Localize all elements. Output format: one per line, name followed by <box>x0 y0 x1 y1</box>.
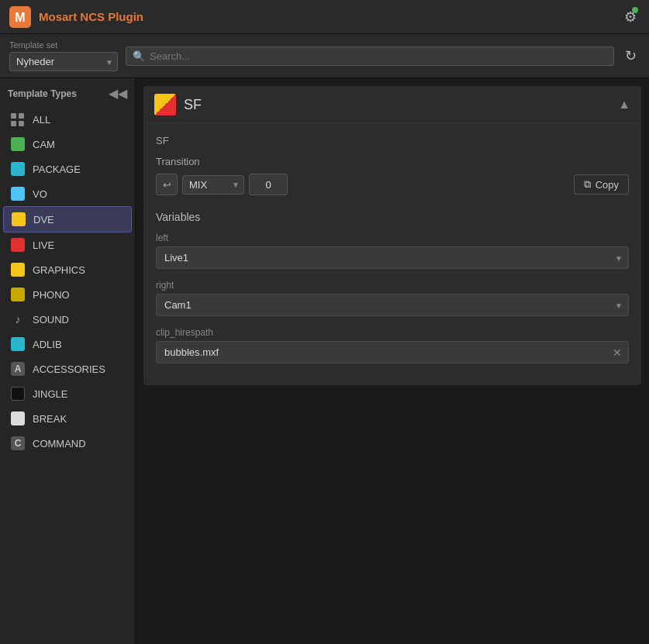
chevron-up-icon: ▲ <box>618 98 630 111</box>
sidebar-item-graphics[interactable]: GRAPHICS <box>3 257 132 282</box>
command-icon: C <box>11 436 25 450</box>
dve-icon <box>12 212 26 226</box>
variable-left-row: left Live1 Cam1 Live2 ▼ <box>156 232 629 269</box>
sidebar-item-cam[interactable]: CAM <box>3 132 132 157</box>
collapse-panel-button[interactable]: ▲ <box>618 98 630 112</box>
search-wrapper: 🔍 <box>126 46 614 66</box>
collapse-sidebar-button[interactable]: ◀◀ <box>109 86 127 101</box>
sidebar-item-accessories[interactable]: A ACCESSORIES <box>3 356 132 381</box>
live-icon <box>11 238 25 252</box>
sidebar-item-dve[interactable]: DVE <box>3 206 132 232</box>
copy-icon: ⧉ <box>584 178 591 191</box>
sidebar-header: Template Types ◀◀ <box>0 78 135 107</box>
sidebar-item-all[interactable]: ALL <box>3 107 132 132</box>
variable-right-select[interactable]: Cam1 Live1 Live2 <box>156 294 629 316</box>
graphics-icon <box>11 263 25 277</box>
variable-right-label: right <box>156 280 629 291</box>
variable-right-select-wrapper: Cam1 Live1 Live2 ▼ <box>156 294 629 316</box>
sidebar-label-sound: SOUND <box>33 314 69 325</box>
template-set-wrapper: Template set Nyheder ▼ <box>9 40 118 71</box>
sidebar-label-dve: DVE <box>33 214 54 226</box>
variables-title: Variables <box>156 211 629 223</box>
content-area: SF ▲ SF Transition ↩ <box>136 78 649 644</box>
sidebar-item-vo[interactable]: VO <box>3 181 132 206</box>
cam-icon <box>11 137 25 151</box>
sidebar-label-command: COMMAND <box>33 438 86 449</box>
sidebar-label-vo: VO <box>33 188 47 200</box>
status-dot <box>632 7 638 13</box>
variables-section: Variables left Live1 Cam1 Live2 ▼ <box>156 211 629 363</box>
sidebar-item-package[interactable]: PACKAGE <box>3 157 132 181</box>
sidebar-label-break: BREAK <box>33 413 67 425</box>
template-set-select-wrapper: Nyheder ▼ <box>9 52 118 71</box>
variable-left-label: left <box>156 232 629 243</box>
panel-body: SF Transition ↩ MIX CUT <box>143 124 641 385</box>
panel-icon <box>154 94 176 115</box>
clear-clip-button[interactable]: ✕ <box>606 343 628 362</box>
transition-type-select[interactable]: MIX CUT WIPE <box>182 175 244 195</box>
transition-controls: ↩ MIX CUT WIPE ▼ 0 <box>156 174 288 195</box>
sidebar-label-accessories: ACCESSORIES <box>33 363 105 375</box>
search-icon: 🔍 <box>133 50 145 62</box>
sidebar: Template Types ◀◀ ALL CAM PACKAGE V <box>0 78 136 644</box>
undo-icon: ↩ <box>163 179 171 191</box>
sidebar-item-phono[interactable]: PHONO <box>3 282 132 307</box>
panel-title: SF <box>184 97 202 113</box>
panel-title-area: SF <box>154 94 202 115</box>
sidebar-label-package: PACKAGE <box>33 164 81 175</box>
accessories-icon: A <box>11 362 25 376</box>
sidebar-item-adlib[interactable]: ADLIB <box>3 332 132 356</box>
sidebar-label-all: ALL <box>33 114 50 126</box>
transition-row: ↩ MIX CUT WIPE ▼ 0 <box>156 174 629 195</box>
sidebar-label-cam: CAM <box>33 139 55 150</box>
package-icon <box>11 162 25 176</box>
variable-clip-label: clip_hirespath <box>156 327 629 338</box>
variable-clip-input-wrapper: ✕ <box>156 341 629 363</box>
refresh-button[interactable]: ↻ <box>622 44 640 67</box>
template-set-label: Template set <box>9 40 118 50</box>
mix-select-wrapper: MIX CUT WIPE ▼ <box>182 175 244 195</box>
main-layout: Template Types ◀◀ ALL CAM PACKAGE V <box>0 78 649 644</box>
variable-left-select-wrapper: Live1 Cam1 Live2 ▼ <box>156 246 629 269</box>
toolbar: Template set Nyheder ▼ 🔍 ↻ <box>0 34 649 78</box>
break-icon <box>11 412 25 425</box>
sound-icon: ♪ <box>11 312 25 326</box>
sidebar-label-graphics: GRAPHICS <box>33 264 85 276</box>
sidebar-title: Template Types <box>8 88 77 99</box>
jingle-icon <box>11 387 25 401</box>
refresh-icon: ↻ <box>625 48 637 64</box>
sidebar-label-jingle: JINGLE <box>33 388 68 400</box>
sidebar-label-phono: PHONO <box>33 289 70 301</box>
search-input[interactable] <box>150 50 607 62</box>
sidebar-item-break[interactable]: BREAK <box>3 406 132 431</box>
variable-right-row: right Cam1 Live1 Live2 ▼ <box>156 280 629 316</box>
sidebar-item-jingle[interactable]: JINGLE <box>3 381 132 406</box>
app-logo: M <box>9 6 31 28</box>
template-set-select[interactable]: Nyheder <box>9 52 118 71</box>
undo-button[interactable]: ↩ <box>156 174 178 195</box>
transition-section: Transition ↩ MIX CUT WIPE <box>156 156 629 195</box>
vo-icon <box>11 187 25 201</box>
sidebar-item-live[interactable]: LIVE <box>3 232 132 257</box>
app-title: Mosart NCS Plugin <box>39 10 143 23</box>
all-icon <box>11 112 25 126</box>
sidebar-item-command[interactable]: C COMMAND <box>3 431 132 456</box>
sidebar-label-live: LIVE <box>33 239 54 251</box>
sidebar-item-sound[interactable]: ♪ SOUND <box>3 307 132 332</box>
transition-label: Transition <box>156 156 629 167</box>
variable-clip-input[interactable] <box>157 342 606 363</box>
phono-icon <box>11 288 25 301</box>
close-icon: ✕ <box>613 346 622 359</box>
panel-header: SF ▲ <box>143 86 641 124</box>
svg-text:M: M <box>15 11 25 24</box>
adlib-icon <box>11 337 25 351</box>
title-bar-left: M Mosart NCS Plugin <box>9 6 143 28</box>
settings-button[interactable]: ⚙ <box>621 5 640 29</box>
transition-value: 0 <box>249 174 288 195</box>
panel: SF ▲ SF Transition ↩ <box>143 86 641 385</box>
sf-subtitle: SF <box>156 135 629 146</box>
sidebar-label-adlib: ADLIB <box>33 339 62 350</box>
copy-button[interactable]: ⧉ Copy <box>574 174 629 195</box>
copy-label: Copy <box>595 179 619 191</box>
variable-left-select[interactable]: Live1 Cam1 Live2 <box>156 246 629 269</box>
